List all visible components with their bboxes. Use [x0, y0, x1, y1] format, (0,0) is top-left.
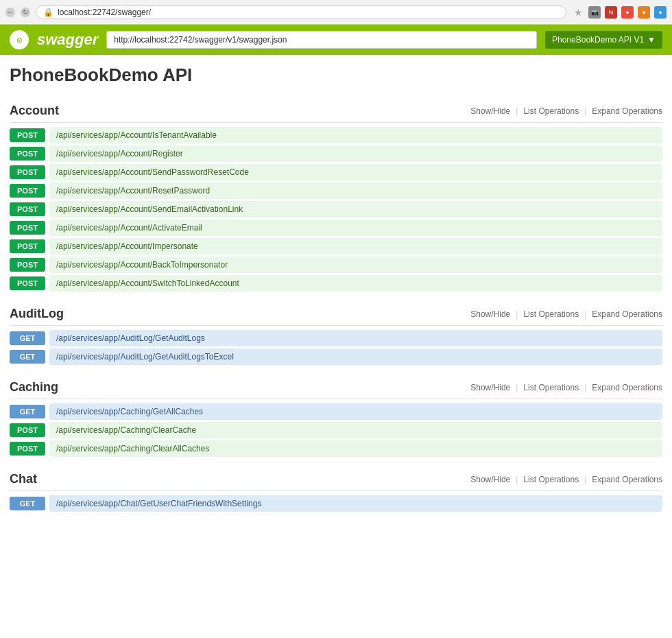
- method-badge-post: POST: [10, 128, 45, 142]
- endpoint-row[interactable]: POST/api/services/app/Account/SendPasswo…: [10, 164, 662, 180]
- api-section-caching: CachingShow/Hide|List Operations|Expand …: [10, 376, 662, 457]
- browser-back-btn[interactable]: ←: [5, 8, 15, 17]
- ext4-icon[interactable]: ●: [654, 6, 667, 19]
- section-header-chat: ChatShow/Hide|List Operations|Expand Ope…: [10, 468, 662, 491]
- show-hide-link-chat[interactable]: Show/Hide: [470, 475, 510, 484]
- divider1-chat: |: [516, 475, 518, 484]
- swagger-header: ⊙ swagger PhoneBookDemo API V1 ▼: [0, 25, 672, 55]
- method-badge-post: POST: [10, 423, 45, 437]
- endpoint-row[interactable]: POST/api/services/app/Account/Impersonat…: [10, 238, 662, 255]
- endpoint-path: /api/services/app/Account/ResetPassword: [49, 182, 662, 199]
- browser-refresh-btn[interactable]: ↻: [21, 8, 30, 17]
- api-section-account: AccountShow/Hide|List Operations|Expand …: [10, 99, 662, 292]
- endpoint-row[interactable]: POST/api/services/app/Account/ResetPassw…: [10, 182, 662, 199]
- endpoint-path: /api/services/app/Account/IsTenantAvaila…: [49, 127, 662, 143]
- endpoint-path: /api/services/app/AuditLog/GetAuditLogs: [49, 330, 662, 346]
- method-badge-get: GET: [10, 331, 45, 345]
- section-title-account[interactable]: Account: [10, 104, 470, 118]
- endpoint-row[interactable]: POST/api/services/app/Account/SendEmailA…: [10, 201, 662, 217]
- method-badge-post: POST: [10, 184, 45, 198]
- endpoint-row[interactable]: GET/api/services/app/AuditLog/GetAuditLo…: [10, 330, 662, 346]
- ext3-icon[interactable]: ●: [638, 6, 650, 19]
- api-selector-label: PhoneBookDemo API V1: [552, 35, 644, 45]
- expand-operations-link-caching[interactable]: Expand Operations: [592, 383, 662, 392]
- api-sections: AccountShow/Hide|List Operations|Expand …: [10, 99, 662, 512]
- swagger-url-input[interactable]: [106, 31, 537, 49]
- endpoint-path: /api/services/app/Caching/GetAllCaches: [49, 403, 662, 420]
- endpoint-path: /api/services/app/Caching/ClearCache: [49, 422, 662, 438]
- expand-operations-link-account[interactable]: Expand Operations: [592, 106, 662, 116]
- bookmark-icon[interactable]: ★: [572, 6, 584, 19]
- section-title-chat[interactable]: Chat: [10, 472, 470, 486]
- method-badge-post: POST: [10, 202, 45, 216]
- endpoint-row[interactable]: POST/api/services/app/Caching/ClearCache: [10, 422, 662, 438]
- browser-toolbar: ★ 📷 N ● ● ●: [572, 6, 667, 19]
- endpoint-path: /api/services/app/Account/ActivateEmail: [49, 220, 662, 236]
- show-hide-link-auditlog[interactable]: Show/Hide: [470, 309, 510, 319]
- page-title: PhoneBookDemo API: [10, 64, 662, 86]
- divider2-account: |: [584, 106, 586, 116]
- expand-operations-link-chat[interactable]: Expand Operations: [592, 475, 662, 484]
- list-operations-link-caching[interactable]: List Operations: [523, 383, 579, 392]
- divider1-caching: |: [516, 383, 518, 392]
- endpoint-row[interactable]: POST/api/services/app/Account/Register: [10, 145, 662, 162]
- divider2-auditlog: |: [584, 309, 586, 319]
- list-operations-link-account[interactable]: List Operations: [523, 106, 579, 116]
- method-badge-post: POST: [10, 165, 45, 179]
- endpoint-row[interactable]: POST/api/services/app/Account/BackToImpe…: [10, 257, 662, 273]
- lock-icon: 🔒: [43, 8, 53, 17]
- endpoint-path: /api/services/app/Account/SendPasswordRe…: [49, 164, 662, 180]
- method-badge-post: POST: [10, 258, 45, 272]
- list-operations-link-auditlog[interactable]: List Operations: [523, 309, 579, 319]
- show-hide-link-account[interactable]: Show/Hide: [470, 106, 510, 116]
- method-badge-get: GET: [10, 405, 45, 418]
- endpoint-row[interactable]: POST/api/services/app/Account/SwitchToLi…: [10, 275, 662, 292]
- url-text: localhost:22742/swagger/: [58, 8, 151, 17]
- method-badge-post: POST: [10, 276, 45, 290]
- divider1-account: |: [516, 106, 518, 116]
- ext2-icon[interactable]: ●: [621, 6, 634, 19]
- section-header-caching: CachingShow/Hide|List Operations|Expand …: [10, 376, 662, 399]
- chevron-down-icon: ▼: [647, 35, 656, 45]
- endpoint-path: /api/services/app/Chat/GetUserChatFriend…: [49, 495, 662, 512]
- section-controls-chat: Show/Hide|List Operations|Expand Operati…: [470, 475, 662, 484]
- endpoint-path: /api/services/app/Caching/ClearAllCaches: [49, 440, 662, 457]
- swagger-logo-text: swagger: [37, 31, 98, 49]
- endpoint-row[interactable]: GET/api/services/app/Chat/GetUserChatFri…: [10, 495, 662, 512]
- endpoint-row[interactable]: GET/api/services/app/Caching/GetAllCache…: [10, 403, 662, 420]
- endpoint-row[interactable]: POST/api/services/app/Account/IsTenantAv…: [10, 127, 662, 143]
- list-operations-link-chat[interactable]: List Operations: [523, 475, 579, 484]
- divider2-chat: |: [584, 475, 586, 484]
- api-section-auditlog: AuditLogShow/Hide|List Operations|Expand…: [10, 303, 662, 365]
- section-controls-caching: Show/Hide|List Operations|Expand Operati…: [470, 383, 662, 392]
- section-title-caching[interactable]: Caching: [10, 380, 470, 394]
- endpoint-path: /api/services/app/Account/Register: [49, 145, 662, 162]
- browser-chrome: ← ↻ 🔒 localhost:22742/swagger/ ★ 📷 N ● ●…: [0, 0, 672, 25]
- expand-operations-link-auditlog[interactable]: Expand Operations: [592, 309, 662, 319]
- endpoint-path: /api/services/app/Account/Impersonate: [49, 238, 662, 255]
- api-selector-button[interactable]: PhoneBookDemo API V1 ▼: [545, 31, 662, 49]
- method-badge-post: POST: [10, 239, 45, 253]
- swagger-logo-icon: ⊙: [10, 30, 29, 49]
- browser-url-bar[interactable]: 🔒 localhost:22742/swagger/: [36, 5, 566, 19]
- ext1-icon[interactable]: N: [605, 6, 617, 19]
- method-badge-get: GET: [10, 350, 45, 364]
- show-hide-link-caching[interactable]: Show/Hide: [470, 383, 510, 392]
- endpoint-path: /api/services/app/Account/BackToImperson…: [49, 257, 662, 273]
- endpoint-path: /api/services/app/AuditLog/GetAuditLogsT…: [49, 348, 662, 365]
- divider1-auditlog: |: [516, 309, 518, 319]
- method-badge-get: GET: [10, 497, 45, 510]
- endpoint-row[interactable]: GET/api/services/app/AuditLog/GetAuditLo…: [10, 348, 662, 365]
- method-badge-post: POST: [10, 221, 45, 235]
- section-title-auditlog[interactable]: AuditLog: [10, 307, 470, 321]
- endpoint-path: /api/services/app/Account/SendEmailActiv…: [49, 201, 662, 217]
- section-controls-account: Show/Hide|List Operations|Expand Operati…: [470, 106, 662, 116]
- section-controls-auditlog: Show/Hide|List Operations|Expand Operati…: [470, 309, 662, 319]
- camera-icon[interactable]: 📷: [588, 6, 601, 19]
- endpoint-path: /api/services/app/Account/SwitchToLinked…: [49, 275, 662, 292]
- endpoint-row[interactable]: POST/api/services/app/Caching/ClearAllCa…: [10, 440, 662, 457]
- divider2-caching: |: [584, 383, 586, 392]
- api-section-chat: ChatShow/Hide|List Operations|Expand Ope…: [10, 468, 662, 512]
- method-badge-post: POST: [10, 442, 45, 456]
- endpoint-row[interactable]: POST/api/services/app/Account/ActivateEm…: [10, 220, 662, 236]
